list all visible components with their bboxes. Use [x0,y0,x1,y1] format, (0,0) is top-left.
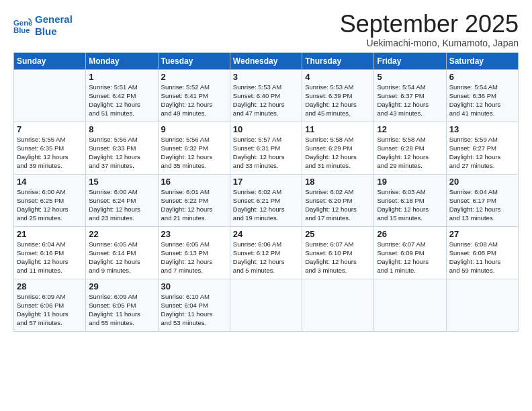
cell-info: Sunrise: 6:00 AMSunset: 6:24 PMDaylight:… [89,187,154,222]
cell-w4-d6: 26Sunrise: 6:07 AMSunset: 6:09 PMDayligh… [374,226,446,279]
day-number: 7 [17,124,83,134]
day-number: 26 [377,229,443,239]
cell-info: Sunrise: 6:03 AMSunset: 6:18 PMDaylight:… [377,187,443,222]
cell-info: Sunrise: 5:56 AMSunset: 6:32 PMDaylight:… [161,135,227,170]
week-row-4: 21Sunrise: 6:04 AMSunset: 6:16 PMDayligh… [14,226,519,279]
cell-w1-d7: 6Sunrise: 5:54 AMSunset: 6:36 PMDaylight… [446,69,518,122]
cell-info: Sunrise: 5:59 AMSunset: 6:27 PMDaylight:… [449,135,515,170]
month-title: September 2025 [340,11,519,38]
week-row-1: 1Sunrise: 5:51 AMSunset: 6:42 PMDaylight… [14,69,519,122]
cell-info: Sunrise: 6:05 AMSunset: 6:14 PMDaylight:… [89,240,154,275]
day-number: 2 [161,72,227,82]
day-number: 4 [305,72,371,82]
col-friday: Friday [374,52,446,69]
cell-w2-d3: 9Sunrise: 5:56 AMSunset: 6:32 PMDaylight… [158,122,230,174]
cell-w2-d2: 8Sunrise: 5:56 AMSunset: 6:33 PMDaylight… [86,122,158,174]
cell-info: Sunrise: 6:08 AMSunset: 6:08 PMDaylight:… [449,240,515,275]
cell-info: Sunrise: 6:06 AMSunset: 6:12 PMDaylight:… [233,240,299,275]
col-wednesday: Wednesday [230,52,302,69]
cell-w2-d6: 12Sunrise: 5:58 AMSunset: 6:28 PMDayligh… [374,122,446,174]
day-number: 29 [89,281,154,291]
col-monday: Monday [86,52,158,69]
cell-w4-d4: 24Sunrise: 6:06 AMSunset: 6:12 PMDayligh… [230,226,302,279]
cell-w5-d2: 29Sunrise: 6:09 AMSunset: 6:05 PMDayligh… [86,279,158,331]
day-number: 11 [305,124,371,134]
cell-info: Sunrise: 6:04 AMSunset: 6:17 PMDaylight:… [449,187,515,222]
cell-info: Sunrise: 5:56 AMSunset: 6:33 PMDaylight:… [89,135,154,170]
cell-w5-d5 [302,279,374,331]
cell-w3-d5: 18Sunrise: 6:02 AMSunset: 6:20 PMDayligh… [302,174,374,226]
day-number: 30 [161,281,227,291]
logo-line1: General [35,13,73,25]
cell-info: Sunrise: 6:07 AMSunset: 6:09 PMDaylight:… [377,240,443,275]
logo-line2: Blue [35,26,57,37]
cell-w1-d5: 4Sunrise: 5:53 AMSunset: 6:39 PMDaylight… [302,69,374,122]
cell-w4-d7: 27Sunrise: 6:08 AMSunset: 6:08 PMDayligh… [446,226,518,279]
cell-w5-d1: 28Sunrise: 6:09 AMSunset: 6:06 PMDayligh… [14,279,86,331]
day-number: 5 [377,72,443,82]
cell-info: Sunrise: 6:09 AMSunset: 6:05 PMDaylight:… [89,292,154,327]
day-number: 16 [161,177,227,187]
cell-info: Sunrise: 5:57 AMSunset: 6:31 PMDaylight:… [233,135,299,170]
logo-icon: General Blue [13,16,32,35]
cell-info: Sunrise: 6:07 AMSunset: 6:10 PMDaylight:… [305,240,371,275]
cell-w2-d4: 10Sunrise: 5:57 AMSunset: 6:31 PMDayligh… [230,122,302,174]
day-number: 20 [449,177,515,187]
subtitle: Uekimachi-mono, Kumamoto, Japan [340,38,519,48]
svg-text:Blue: Blue [13,26,30,34]
day-number: 9 [161,124,227,134]
cell-w1-d6: 5Sunrise: 5:54 AMSunset: 6:37 PMDaylight… [374,69,446,122]
title-block: September 2025 Uekimachi-mono, Kumamoto,… [340,11,519,48]
week-row-3: 14Sunrise: 6:00 AMSunset: 6:25 PMDayligh… [14,174,519,226]
logo-text: General Blue [35,13,73,38]
day-number: 24 [233,229,299,239]
cell-w5-d3: 30Sunrise: 6:10 AMSunset: 6:04 PMDayligh… [158,279,230,331]
cell-w5-d4 [230,279,302,331]
calendar-table: Sunday Monday Tuesday Wednesday Thursday… [13,52,519,332]
cell-info: Sunrise: 6:04 AMSunset: 6:16 PMDaylight:… [17,240,83,275]
cell-info: Sunrise: 5:58 AMSunset: 6:29 PMDaylight:… [305,135,371,170]
day-number: 21 [17,229,83,239]
cell-w4-d5: 25Sunrise: 6:07 AMSunset: 6:10 PMDayligh… [302,226,374,279]
cell-info: Sunrise: 5:54 AMSunset: 6:37 PMDaylight:… [377,83,443,118]
week-row-5: 28Sunrise: 6:09 AMSunset: 6:06 PMDayligh… [14,279,519,331]
col-saturday: Saturday [446,52,518,69]
cell-info: Sunrise: 5:53 AMSunset: 6:40 PMDaylight:… [233,83,299,118]
logo: General Blue General Blue [13,13,73,38]
cell-info: Sunrise: 6:09 AMSunset: 6:06 PMDaylight:… [17,292,83,327]
day-number: 14 [17,177,83,187]
cell-w2-d5: 11Sunrise: 5:58 AMSunset: 6:29 PMDayligh… [302,122,374,174]
day-number: 1 [89,72,154,82]
cell-info: Sunrise: 6:02 AMSunset: 6:21 PMDaylight:… [233,187,299,222]
cell-info: Sunrise: 5:53 AMSunset: 6:39 PMDaylight:… [305,83,371,118]
col-thursday: Thursday [302,52,374,69]
day-number: 19 [377,177,443,187]
cell-w5-d7 [446,279,518,331]
day-number: 8 [89,124,154,134]
svg-text:General: General [13,19,32,27]
cell-w1-d1 [14,69,86,122]
cell-w3-d4: 17Sunrise: 6:02 AMSunset: 6:21 PMDayligh… [230,174,302,226]
header-row-days: Sunday Monday Tuesday Wednesday Thursday… [14,52,519,69]
day-number: 23 [161,229,227,239]
cell-info: Sunrise: 6:10 AMSunset: 6:04 PMDaylight:… [161,292,227,327]
cell-info: Sunrise: 6:05 AMSunset: 6:13 PMDaylight:… [161,240,227,275]
cell-info: Sunrise: 6:02 AMSunset: 6:20 PMDaylight:… [305,187,371,222]
cell-w2-d1: 7Sunrise: 5:55 AMSunset: 6:35 PMDaylight… [14,122,86,174]
cell-w1-d3: 2Sunrise: 5:52 AMSunset: 6:41 PMDaylight… [158,69,230,122]
cell-w5-d6 [374,279,446,331]
cell-info: Sunrise: 6:01 AMSunset: 6:22 PMDaylight:… [161,187,227,222]
cell-w3-d1: 14Sunrise: 6:00 AMSunset: 6:25 PMDayligh… [14,174,86,226]
cell-w1-d4: 3Sunrise: 5:53 AMSunset: 6:40 PMDaylight… [230,69,302,122]
cell-w3-d6: 19Sunrise: 6:03 AMSunset: 6:18 PMDayligh… [374,174,446,226]
col-tuesday: Tuesday [158,52,230,69]
cell-info: Sunrise: 6:00 AMSunset: 6:25 PMDaylight:… [17,187,83,222]
cell-w4-d2: 22Sunrise: 6:05 AMSunset: 6:14 PMDayligh… [86,226,158,279]
day-number: 28 [17,281,83,291]
cell-w3-d3: 16Sunrise: 6:01 AMSunset: 6:22 PMDayligh… [158,174,230,226]
day-number: 17 [233,177,299,187]
main-container: General Blue General Blue September 2025… [0,0,532,338]
week-row-2: 7Sunrise: 5:55 AMSunset: 6:35 PMDaylight… [14,122,519,174]
cell-w4-d3: 23Sunrise: 6:05 AMSunset: 6:13 PMDayligh… [158,226,230,279]
day-number: 22 [89,229,154,239]
